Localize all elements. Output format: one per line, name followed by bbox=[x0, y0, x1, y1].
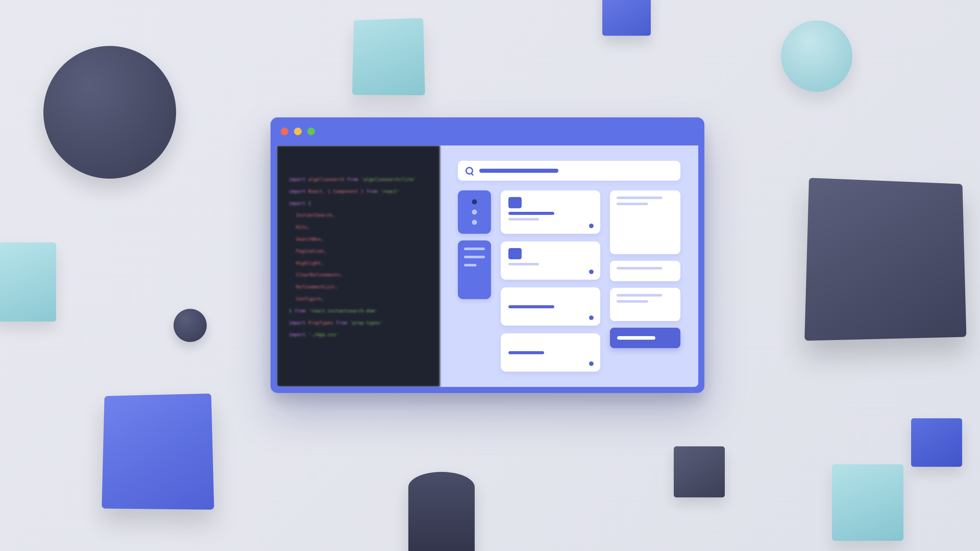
status-dot-icon bbox=[589, 361, 593, 366]
filter-line bbox=[464, 256, 485, 258]
aside-line bbox=[617, 267, 662, 269]
results-list bbox=[501, 190, 600, 372]
window-body: import algoliasearch from 'algoliasearch… bbox=[277, 145, 698, 387]
decor-sphere-small bbox=[173, 309, 207, 342]
results-columns bbox=[458, 190, 680, 372]
filter-group-dots[interactable] bbox=[458, 190, 491, 234]
decor-sphere-dark bbox=[43, 46, 176, 178]
minimize-icon[interactable] bbox=[294, 127, 302, 135]
decor-cylinder bbox=[408, 472, 475, 551]
filter-line bbox=[464, 264, 476, 266]
result-subtitle-placeholder bbox=[508, 218, 539, 220]
status-dot-icon bbox=[589, 224, 593, 228]
result-title-placeholder bbox=[508, 351, 544, 354]
result-card[interactable] bbox=[501, 333, 600, 372]
filter-line bbox=[464, 248, 485, 250]
decor-cube-teal-br bbox=[832, 464, 904, 541]
window-titlebar bbox=[270, 118, 704, 145]
filter-sidebar bbox=[458, 190, 491, 372]
aside-line bbox=[617, 300, 648, 303]
aside-line bbox=[617, 294, 662, 296]
search-query-placeholder bbox=[479, 169, 558, 173]
primary-action-button[interactable] bbox=[610, 328, 680, 348]
filter-dot-2[interactable] bbox=[472, 210, 477, 215]
result-thumbnail bbox=[508, 197, 522, 208]
status-dot-icon bbox=[589, 269, 593, 274]
button-label-placeholder bbox=[617, 336, 655, 340]
close-icon[interactable] bbox=[281, 127, 288, 135]
aside-line bbox=[617, 196, 662, 199]
filter-dot-3[interactable] bbox=[472, 220, 477, 225]
aside-card[interactable] bbox=[610, 288, 680, 321]
ui-preview-panel bbox=[440, 145, 698, 387]
decor-cube-dark-small bbox=[674, 446, 725, 497]
decor-sphere-teal bbox=[781, 21, 853, 92]
decor-cube-blue-br bbox=[911, 418, 962, 467]
decor-cube-blue-bl bbox=[102, 393, 214, 510]
search-icon bbox=[466, 167, 473, 175]
decor-cube-teal-left bbox=[0, 242, 56, 322]
result-card[interactable] bbox=[501, 241, 600, 280]
result-thumbnail bbox=[508, 248, 522, 259]
aside-card[interactable] bbox=[610, 261, 680, 281]
aside-card[interactable] bbox=[610, 190, 680, 254]
decor-cube-blue-top bbox=[602, 0, 651, 36]
result-card[interactable] bbox=[501, 287, 600, 326]
aside-line bbox=[617, 203, 648, 205]
aside-column bbox=[610, 190, 680, 372]
filter-dot-1[interactable] bbox=[472, 199, 477, 204]
result-card[interactable] bbox=[501, 190, 600, 234]
result-subtitle-placeholder bbox=[508, 263, 539, 266]
decor-cube-teal-top bbox=[352, 18, 425, 96]
result-title-placeholder bbox=[508, 212, 554, 215]
filter-group-lines[interactable] bbox=[458, 240, 491, 299]
code-editor-panel: import algoliasearch from 'algoliasearch… bbox=[277, 145, 440, 387]
result-title-placeholder bbox=[508, 305, 554, 308]
search-input[interactable] bbox=[458, 161, 680, 181]
decor-cube-dark-right bbox=[804, 178, 966, 341]
app-window: import algoliasearch from 'algoliasearch… bbox=[270, 118, 704, 393]
maximize-icon[interactable] bbox=[307, 127, 315, 135]
status-dot-icon bbox=[589, 315, 593, 320]
